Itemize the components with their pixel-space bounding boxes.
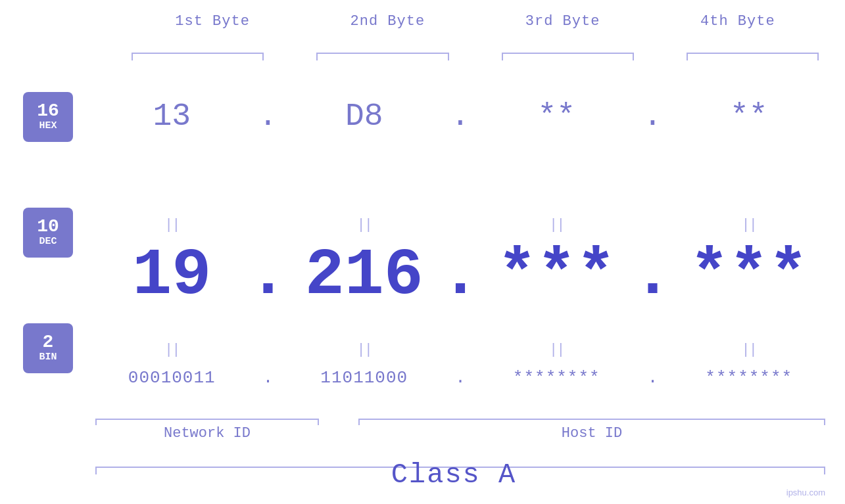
dec-val-2: 216 bbox=[288, 243, 441, 309]
hex-val-1: 13 bbox=[95, 99, 249, 134]
bin-val-4: ******** bbox=[673, 368, 826, 388]
eq1-3: || bbox=[480, 217, 633, 233]
class-banner: Class A bbox=[95, 459, 812, 491]
eq2-3: || bbox=[480, 342, 633, 358]
eq1-4: || bbox=[673, 217, 826, 233]
hex-num: 16 bbox=[37, 102, 59, 120]
bracket-spacer bbox=[319, 419, 358, 442]
dec-dot-3: . bbox=[633, 243, 673, 309]
hex-val-2: D8 bbox=[288, 99, 441, 134]
dec-dot-2: . bbox=[441, 243, 480, 309]
bin-val-3: ******** bbox=[480, 368, 633, 388]
eq2-4: || bbox=[673, 342, 826, 358]
bin-dot-2: . bbox=[441, 368, 480, 388]
bin-val-2: 11011000 bbox=[288, 368, 441, 388]
base-labels: 16 HEX 10 DEC 2 BIN bbox=[23, 92, 73, 373]
eq1-1: || bbox=[95, 217, 249, 233]
column-headers: 1st Byte 2nd Byte 3rd Byte 4th Byte bbox=[125, 13, 825, 30]
watermark: ipshu.com bbox=[786, 488, 825, 497]
bracket-2 bbox=[316, 46, 448, 60]
hex-badge: 16 HEX bbox=[23, 92, 73, 142]
bin-badge: 2 BIN bbox=[23, 323, 73, 373]
host-bracket: Host ID bbox=[358, 419, 825, 442]
header-brackets bbox=[125, 46, 825, 60]
data-grid: 13 . D8 . ** . ** || || bbox=[95, 66, 825, 478]
col-header-3: 3rd Byte bbox=[475, 13, 650, 30]
nh-brackets: Network ID Host ID bbox=[95, 419, 825, 442]
class-label: Class A bbox=[391, 459, 516, 491]
equals-row-2: || || || || bbox=[95, 342, 825, 358]
dot-3: . bbox=[633, 99, 673, 134]
dec-row: 19 . 216 . *** . *** bbox=[95, 243, 825, 309]
dec-dot-1: . bbox=[249, 243, 288, 309]
network-label: Network ID bbox=[95, 425, 319, 442]
host-label: Host ID bbox=[358, 425, 825, 442]
bracket-4 bbox=[687, 46, 819, 60]
dot-1: . bbox=[249, 99, 288, 134]
main-container: 1st Byte 2nd Byte 3rd Byte 4th Byte 16 H… bbox=[0, 0, 845, 504]
hex-val-3: ** bbox=[480, 99, 633, 134]
eq2-2: || bbox=[288, 342, 441, 358]
dot-2: . bbox=[441, 99, 480, 134]
bracket-3 bbox=[502, 46, 634, 60]
eq2-1: || bbox=[95, 342, 249, 358]
bin-dot-3: . bbox=[633, 368, 673, 388]
bin-label: BIN bbox=[39, 352, 57, 363]
eq1-2: || bbox=[288, 217, 441, 233]
hex-val-4: ** bbox=[673, 99, 826, 134]
dec-num: 10 bbox=[37, 218, 59, 236]
col-header-4: 4th Byte bbox=[650, 13, 825, 30]
dec-val-1: 19 bbox=[95, 243, 249, 309]
bracket-1 bbox=[132, 46, 264, 60]
bin-dot-1: . bbox=[249, 368, 288, 388]
dec-val-3: *** bbox=[480, 243, 633, 309]
bin-val-1: 00010011 bbox=[95, 368, 249, 388]
dec-badge: 10 DEC bbox=[23, 208, 73, 258]
bin-num: 2 bbox=[43, 333, 54, 352]
dec-val-4: *** bbox=[673, 243, 826, 309]
equals-row-1: || || || || bbox=[95, 217, 825, 233]
hex-label: HEX bbox=[39, 120, 57, 132]
dec-label: DEC bbox=[39, 236, 57, 248]
col-header-2: 2nd Byte bbox=[300, 13, 475, 30]
bin-row: 00010011 . 11011000 . ******** . *******… bbox=[95, 368, 825, 388]
hex-row: 13 . D8 . ** . ** bbox=[95, 99, 825, 134]
network-bracket: Network ID bbox=[95, 419, 319, 442]
col-header-1: 1st Byte bbox=[125, 13, 300, 30]
